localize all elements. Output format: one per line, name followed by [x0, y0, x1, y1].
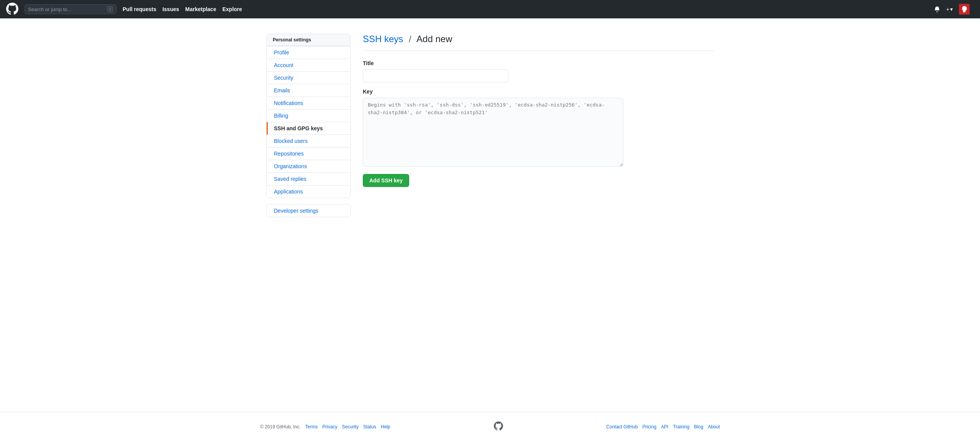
breadcrumb-separator: / [409, 34, 411, 44]
footer-inner: © 2019 GitHub, Inc. Terms Privacy Securi… [260, 421, 720, 432]
footer-link-pricing[interactable]: Pricing [642, 424, 657, 430]
key-group: Key [363, 89, 714, 168]
notifications-button[interactable] [934, 6, 940, 12]
footer: © 2019 GitHub, Inc. Terms Privacy Securi… [0, 412, 980, 441]
footer-links-left: Terms Privacy Security Status Help [305, 424, 390, 430]
sidebar-item-emails[interactable]: Emails [267, 84, 350, 97]
footer-copyright: © 2019 GitHub, Inc. [260, 424, 301, 430]
footer-logo [494, 421, 503, 432]
sidebar-item-applications[interactable]: Applications [267, 185, 350, 198]
sidebar-item-blocked-users[interactable]: Blocked users [267, 134, 350, 147]
plus-label: + [946, 6, 949, 12]
sidebar-link-applications[interactable]: Applications [267, 185, 350, 198]
sidebar-link-account[interactable]: Account [267, 59, 350, 71]
avatar [959, 4, 970, 15]
user-menu[interactable]: ▾ [959, 4, 974, 15]
add-ssh-key-form: Title Key Add SSH key [363, 60, 714, 187]
navbar-explore[interactable]: Explore [222, 6, 242, 12]
footer-link-api[interactable]: API [661, 424, 668, 430]
navbar: / Pull requests Issues Marketplace Explo… [0, 0, 980, 18]
footer-link-privacy[interactable]: Privacy [322, 424, 337, 430]
title-label: Title [363, 60, 714, 66]
sidebar-section-personal-settings: Personal settings [267, 34, 350, 46]
sidebar-item-organizations[interactable]: Organizations [267, 160, 350, 172]
footer-link-about[interactable]: About [708, 424, 720, 430]
footer-link-terms[interactable]: Terms [305, 424, 318, 430]
breadcrumb-current: Add new [416, 34, 452, 44]
sidebar-link-profile[interactable]: Profile [267, 46, 350, 59]
search-slash-icon: / [107, 6, 113, 12]
personal-settings-nav: Personal settings Profile Account Securi… [266, 34, 351, 198]
sidebar-link-security[interactable]: Security [267, 72, 350, 84]
sidebar-nav: Personal settings Profile Account Securi… [266, 34, 351, 198]
footer-link-help[interactable]: Help [381, 424, 390, 430]
sidebar: Personal settings Profile Account Securi… [266, 34, 351, 223]
footer-link-security[interactable]: Security [342, 424, 359, 430]
avatar-chevron-icon: ▾ [971, 6, 974, 12]
sidebar-item-repositories[interactable]: Repositories [267, 147, 350, 160]
sidebar-item-ssh-keys[interactable]: SSH and GPG keys [267, 122, 350, 134]
key-textarea[interactable] [363, 98, 623, 167]
chevron-down-icon: ▾ [950, 6, 953, 12]
key-label: Key [363, 89, 714, 95]
main-wrapper: Personal settings Profile Account Securi… [0, 18, 980, 412]
footer-link-status[interactable]: Status [363, 424, 376, 430]
sidebar-link-notifications[interactable]: Notifications [267, 97, 350, 109]
add-ssh-key-button[interactable]: Add SSH key [363, 174, 409, 187]
main-content: SSH keys / Add new Title Key Add SSH key [363, 34, 714, 187]
title-group: Title [363, 60, 714, 82]
navbar-marketplace[interactable]: Marketplace [185, 6, 216, 12]
github-logo[interactable] [6, 3, 18, 16]
sidebar-item-account[interactable]: Account [267, 59, 350, 71]
sidebar-link-developer-settings[interactable]: Developer settings [267, 205, 350, 217]
title-input[interactable] [363, 69, 508, 82]
sidebar-item-notifications[interactable]: Notifications [267, 97, 350, 109]
sidebar-link-ssh-keys[interactable]: SSH and GPG keys [267, 122, 350, 134]
page-header: SSH keys / Add new [363, 34, 714, 51]
sidebar-link-repositories[interactable]: Repositories [267, 148, 350, 160]
navbar-links: Pull requests Issues Marketplace Explore [123, 6, 242, 12]
navbar-pull-requests[interactable]: Pull requests [123, 6, 156, 12]
content-area: Personal settings Profile Account Securi… [260, 18, 720, 246]
sidebar-item-developer-settings[interactable]: Developer settings [267, 205, 350, 217]
navbar-issues[interactable]: Issues [162, 6, 179, 12]
search-bar[interactable]: / [25, 4, 116, 14]
sidebar-item-billing[interactable]: Billing [267, 109, 350, 122]
navbar-right: + ▾ ▾ [934, 4, 974, 15]
sidebar-link-emails[interactable]: Emails [267, 84, 350, 97]
sidebar-link-saved-replies[interactable]: Saved replies [267, 173, 350, 185]
footer-left: © 2019 GitHub, Inc. Terms Privacy Securi… [260, 424, 390, 430]
search-input[interactable] [28, 7, 104, 12]
sidebar-dev-nav: Developer settings [266, 204, 351, 217]
footer-link-training[interactable]: Training [673, 424, 690, 430]
sidebar-item-profile[interactable]: Profile [267, 46, 350, 59]
footer-link-blog[interactable]: Blog [694, 424, 703, 430]
sidebar-link-organizations[interactable]: Organizations [267, 160, 350, 172]
sidebar-item-security[interactable]: Security [267, 71, 350, 84]
footer-link-contact-github[interactable]: Contact GitHub [606, 424, 638, 430]
new-menu-button[interactable]: + ▾ [946, 6, 953, 12]
breadcrumb-ssh-keys-link[interactable]: SSH keys [363, 34, 403, 44]
sidebar-item-saved-replies[interactable]: Saved replies [267, 172, 350, 185]
sidebar-link-blocked-users[interactable]: Blocked users [267, 135, 350, 147]
footer-links-right: Contact GitHub Pricing API Training Blog… [606, 424, 720, 430]
page-breadcrumb: SSH keys / Add new [363, 34, 714, 44]
sidebar-link-billing[interactable]: Billing [267, 110, 350, 122]
